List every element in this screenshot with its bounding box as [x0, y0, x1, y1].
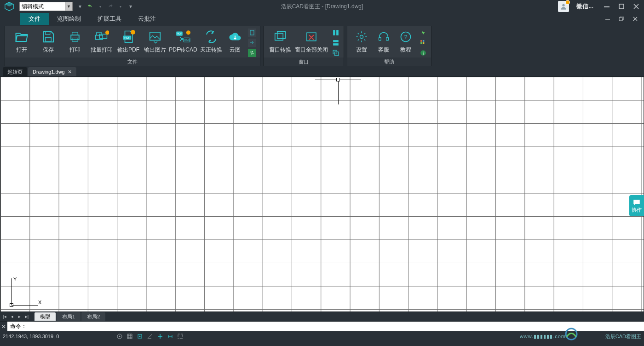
sb-ortho-icon[interactable]: [155, 332, 165, 340]
user-avatar[interactable]: [558, 1, 569, 12]
wechat-label[interactable]: 微信...: [576, 2, 593, 11]
close-tab-icon[interactable]: ✕: [68, 69, 72, 75]
tutorial-button[interactable]: ?教程: [395, 29, 416, 57]
svg-point-25: [186, 30, 190, 35]
save-button[interactable]: 保存: [35, 29, 61, 57]
child-minimize-button[interactable]: [602, 14, 614, 23]
sb-dims-icon[interactable]: [166, 332, 175, 340]
qat-more[interactable]: ▾: [127, 3, 134, 10]
layout-tab-2[interactable]: 布局2: [81, 312, 105, 321]
small-swap-icon[interactable]: [248, 49, 256, 57]
window-close-all-button[interactable]: 窗口全部关闭: [294, 29, 329, 57]
sb-grid-icon[interactable]: [125, 332, 134, 340]
chat-icon: [632, 198, 641, 207]
menu-annotate[interactable]: 云批注: [130, 13, 164, 25]
app-logo: [0, 0, 18, 13]
qat-dropdown[interactable]: ▾: [76, 3, 84, 10]
svg-rect-43: [420, 42, 422, 44]
sb-osnap-icon[interactable]: [135, 332, 144, 340]
sb-select-icon[interactable]: [176, 332, 185, 340]
document-tabs: 起始页 Drawing1.dwg✕: [0, 66, 644, 76]
cloud-button[interactable]: 云图: [225, 29, 245, 57]
sb-angle-icon[interactable]: [145, 332, 155, 340]
sb-target-icon[interactable]: [115, 332, 124, 340]
headset-icon: [376, 29, 391, 44]
svg-rect-44: [423, 42, 425, 44]
image-export-icon: [148, 29, 162, 44]
settings-button[interactable]: 设置: [351, 29, 372, 57]
help-panel-small-buttons: i: [419, 29, 427, 57]
quick-access-toolbar: ▾ ▾ ▾ ▾: [76, 3, 134, 10]
undo-icon[interactable]: [86, 3, 94, 10]
tz-convert-button[interactable]: 天正转换: [198, 29, 224, 57]
svg-rect-5: [605, 19, 610, 20]
tile-h-icon[interactable]: [332, 39, 340, 47]
watermark-url: www.▮▮▮▮▮▮.com: [520, 334, 566, 340]
svg-point-36: [360, 35, 363, 39]
panel-window-title: 窗口: [264, 58, 344, 66]
tile-v-icon[interactable]: [332, 29, 340, 37]
pdf-to-cad-icon: PDFCAD: [176, 29, 190, 44]
nav-next-icon[interactable]: ▸: [17, 314, 23, 320]
svg-rect-32: [333, 40, 339, 42]
redo-dropdown[interactable]: ▾: [117, 3, 124, 10]
batch-print-icon: [94, 29, 109, 44]
window-panel-small-buttons: [332, 29, 340, 57]
svg-rect-13: [95, 35, 103, 40]
layout-tab-1[interactable]: 布局1: [57, 312, 80, 321]
tab-start-page[interactable]: 起始页: [3, 67, 27, 76]
drawing-canvas[interactable]: Y X: [0, 76, 644, 312]
watermark-logo: [563, 328, 580, 340]
export-pdf-button[interactable]: PDF输出PDF: [115, 29, 141, 57]
undo-dropdown[interactable]: ▾: [97, 3, 104, 10]
svg-rect-15: [99, 34, 107, 38]
command-close-icon[interactable]: ✕: [0, 322, 7, 332]
tab-drawing1[interactable]: Drawing1.dwg✕: [28, 67, 76, 76]
panel-file-title: 文件: [5, 58, 260, 66]
menu-file[interactable]: 文件: [20, 13, 49, 25]
child-close-button[interactable]: [629, 14, 641, 23]
batch-print-button[interactable]: 批量打印: [89, 29, 115, 57]
customer-service-button[interactable]: 客服: [373, 29, 394, 57]
mode-select-value: 编辑模式: [22, 3, 44, 11]
svg-text:i: i: [423, 51, 424, 56]
menu-tools[interactable]: 扩展工具: [89, 13, 130, 25]
printer-icon: [68, 29, 82, 44]
svg-rect-51: [178, 334, 183, 339]
small-doc-icon[interactable]: [248, 29, 256, 37]
folder-open-icon: [14, 29, 29, 44]
close-button[interactable]: [630, 2, 642, 11]
nav-prev-icon[interactable]: ◂: [9, 314, 15, 320]
minimize-button[interactable]: [601, 2, 613, 11]
svg-point-2: [562, 4, 564, 6]
cascade-icon[interactable]: [332, 49, 340, 57]
info-icon[interactable]: i: [419, 49, 427, 57]
svg-rect-33: [333, 43, 339, 46]
nav-first-icon[interactable]: |◂: [2, 314, 8, 320]
command-input[interactable]: [7, 323, 644, 330]
svg-text:PDF: PDF: [177, 32, 182, 35]
svg-point-48: [119, 336, 121, 337]
open-button[interactable]: 打开: [9, 29, 34, 57]
mode-select[interactable]: 编辑模式 ▼: [19, 2, 73, 11]
window-switch-button[interactable]: 窗口转换: [267, 29, 293, 57]
child-restore-button[interactable]: [615, 14, 627, 23]
collaboration-widget[interactable]: 协作: [629, 195, 644, 216]
maximize-button[interactable]: [615, 2, 627, 11]
nav-last-icon[interactable]: ▸|: [24, 314, 30, 320]
export-image-button[interactable]: 输出图片: [142, 29, 168, 57]
chevron-down-icon: ▼: [65, 2, 72, 11]
layout-tab-model[interactable]: 模型: [34, 312, 56, 321]
redo-icon[interactable]: [107, 3, 114, 10]
menu-browse[interactable]: 览图绘制: [49, 13, 89, 25]
svg-rect-30: [333, 30, 335, 35]
small-arrow-icon[interactable]: [248, 39, 256, 47]
print-button[interactable]: 打印: [62, 29, 88, 57]
file-panel-small-buttons: [248, 29, 256, 57]
pdf-to-cad-button[interactable]: PDFCADPDF转CAD: [169, 29, 197, 57]
svg-rect-42: [423, 40, 425, 42]
layout-tabs: |◂ ◂ ▸ ▸| 模型 布局1 布局2: [0, 312, 644, 321]
apps-icon[interactable]: [419, 39, 427, 47]
flash-icon[interactable]: [419, 29, 427, 37]
svg-rect-7: [619, 17, 622, 21]
